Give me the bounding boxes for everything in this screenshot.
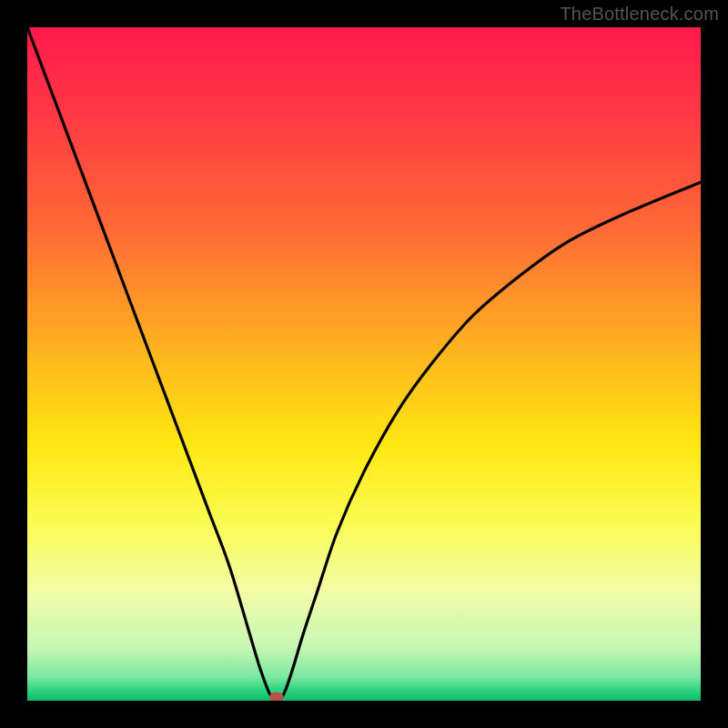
bottleneck-curve (27, 27, 701, 701)
curve-layer (27, 27, 701, 701)
plot-area (27, 27, 701, 701)
chart-frame: TheBottleneck.com (0, 0, 728, 728)
watermark-text: TheBottleneck.com (560, 4, 719, 25)
marker-dot (269, 693, 284, 702)
